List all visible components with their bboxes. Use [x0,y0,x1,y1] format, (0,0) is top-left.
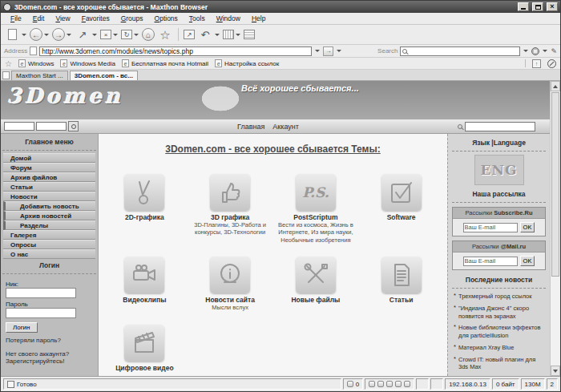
link-hotmail[interactable]: eБесплатная почта Hotmail [122,59,208,67]
sidebar-item-file-archive[interactable]: Архив файлов [3,172,95,182]
topic-postscriptum[interactable]: P.S. PostScriptum Вести из космоса, Жизн… [275,174,357,244]
scroll-up-icon[interactable] [551,81,560,91]
speed-icon[interactable] [369,381,375,387]
window-resize-icon[interactable]: ↗ [184,30,195,39]
new-page-icon[interactable] [4,26,20,42]
highlight-pen-icon[interactable]: ✎ [551,47,557,55]
address-dropdown[interactable] [315,50,320,52]
lost-password-link[interactable]: Потеряли пароль? [6,337,93,344]
globe-dropdown[interactable] [543,50,547,52]
tab-maxthon-start[interactable]: Maxthon Start ... [11,71,68,80]
new-page-dropdown[interactable] [22,34,26,36]
layout-list-icon[interactable] [244,30,255,39]
filter-icon[interactable] [377,381,384,387]
address-input[interactable] [39,46,312,56]
back-icon[interactable]: ← [30,28,42,41]
menu-window[interactable]: Window [212,14,245,23]
menu-edit[interactable]: Edit [28,14,50,23]
mail-ru-email-input[interactable] [463,257,518,266]
topic-digital-video[interactable]: Цифровое видео [103,325,186,372]
refresh-icon[interactable]: ↻ [121,30,132,39]
nav-link-home[interactable]: Главная [237,123,264,131]
search-dropdown[interactable] [523,50,528,52]
sidebar-item-gallery[interactable]: Галерея [3,230,95,240]
sidebar-item-sections[interactable]: Разделы [3,220,95,230]
menu-view[interactable]: View [50,14,75,23]
sidebar-item-forum[interactable]: Форум [3,163,95,172]
news-link[interactable]: 3D-дисплей для путешественников [453,375,545,376]
register-link[interactable]: Зарегистрируйтесь! [6,358,93,365]
undo-dropdown[interactable] [215,34,220,36]
scroll-down-icon[interactable] [551,366,560,376]
news-link[interactable]: Новые библиотеки эффектов для particleIl… [453,324,545,340]
menu-groups[interactable]: Groups [116,14,148,23]
news-link[interactable]: Материал Xray Blue [453,344,545,352]
sidebar-item-articles[interactable]: Статьи [3,182,95,192]
topic-site-news[interactable]: Новости сайта Мысли вслух [189,257,272,311]
forward-dropdown[interactable] [67,34,71,36]
sidebar-item-about[interactable]: О нас [3,249,95,259]
vertical-scrollbar[interactable] [550,81,560,376]
stop-dropdown[interactable] [113,34,118,36]
sidebar-item-home[interactable]: Домой [3,153,95,163]
menu-options[interactable]: Options [150,14,183,23]
panel-up-icon[interactable]: ↑ [532,59,541,68]
groups-icon[interactable] [223,30,234,39]
tab-3domen[interactable]: 3Domen.com - вс... [70,71,138,80]
go-dropdown[interactable] [337,50,341,52]
translate-globe-icon[interactable] [531,47,539,55]
tab-list-icon[interactable] [2,71,10,79]
topic-articles[interactable]: Статьи [360,257,442,311]
links-star-icon[interactable]: ☆ [5,59,12,68]
sidebar-item-news-archive[interactable]: Архив новостей [3,211,95,220]
topic-software[interactable]: Software [360,174,442,244]
popup-blocker-icon[interactable] [386,381,393,387]
menu-tools[interactable]: Tools [184,14,210,23]
link-customize[interactable]: eНастройка ссылок [215,59,279,67]
topic-3d-graphics[interactable]: 3D графика 3D-Плагины, 3D-Работа и конку… [189,174,272,244]
link-windows-media[interactable]: eWindows Media [60,59,115,67]
restore-button[interactable] [532,2,543,11]
news-link[interactable]: Трехмерный город ссылок [453,293,545,301]
topic-2d-graphics[interactable]: 2D-графика [103,174,186,244]
search-input[interactable] [409,47,518,55]
menu-file[interactable]: File [6,14,26,23]
sidebar-item-news[interactable]: Новости [3,192,95,201]
back-dropdown[interactable] [44,34,49,36]
nav-login-go-button[interactable] [68,121,79,131]
favorites-star-icon[interactable]: ☆ [157,26,173,42]
site-search-input[interactable] [465,122,535,131]
ad-blocker-icon[interactable] [547,59,556,68]
language-eng-badge[interactable]: ENG [474,155,524,185]
minimize-button[interactable] [518,2,529,11]
go-icon[interactable]: → [323,46,333,56]
menu-favorites[interactable]: Favorites [77,14,115,23]
nav-link-account[interactable]: Аккаунт [272,123,299,131]
refresh-dropdown[interactable] [134,34,139,36]
topic-new-files[interactable]: Новые файлы [275,257,357,311]
link-windows[interactable]: eWindows [18,59,54,67]
forward-icon[interactable]: → [52,28,65,41]
proxy-icon[interactable] [404,381,410,387]
news-link[interactable]: "Индиана Джонс 4" скоро появится на экра… [453,305,545,321]
scrollbar-thumb[interactable] [551,92,559,277]
undo-icon[interactable]: ↶ [197,26,213,42]
news-link[interactable]: Crowd IT: новый плагин для 3ds Max [453,356,545,372]
sidebar-item-add-news[interactable]: Добавить новость [3,201,95,211]
login-button[interactable]: Логин [6,322,38,333]
topic-video-clips[interactable]: Видеоклипы [103,257,186,311]
subscribe-ru-email-input[interactable] [463,223,518,232]
menu-help[interactable]: Help [247,14,270,23]
settings-gear-icon[interactable] [395,381,402,387]
password-input[interactable] [6,308,76,318]
sidebar-item-polls[interactable]: Опросы [3,240,95,249]
nav-password-input[interactable] [36,122,67,131]
subscribe-ru-ok-button[interactable]: OK [520,222,535,232]
mail-ru-ok-button[interactable]: OK [520,256,535,266]
groups-dropdown[interactable] [236,34,240,36]
up-dropdown[interactable] [92,34,97,36]
home-icon[interactable]: ⌂ [142,28,155,41]
stop-icon[interactable]: × [100,30,111,39]
up-icon[interactable]: ↗ [75,26,91,42]
close-button[interactable]: × [547,2,558,11]
